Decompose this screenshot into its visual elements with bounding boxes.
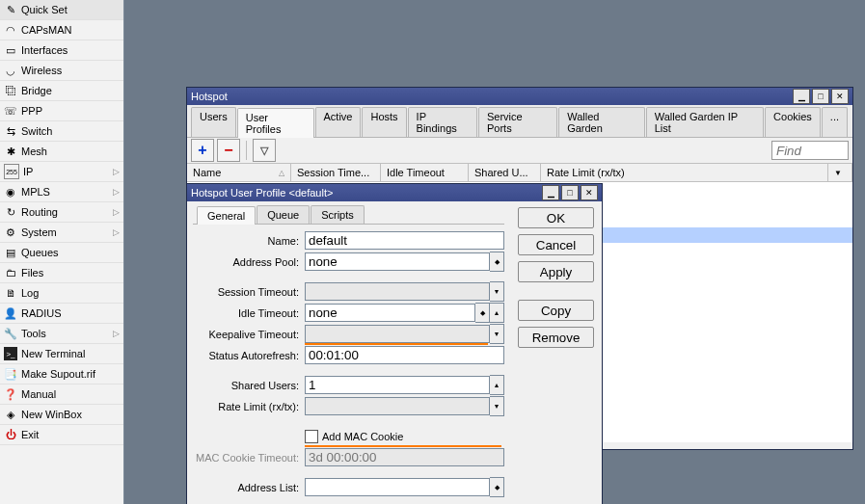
idle-timeout-toggle[interactable]: ▲ xyxy=(490,303,504,323)
session-timeout-input[interactable] xyxy=(305,282,490,301)
tab-more[interactable]: ... xyxy=(822,107,848,137)
grid-header: Name△ Session Time... Idle Timeout Share… xyxy=(187,164,852,182)
shared-users-input[interactable] xyxy=(305,376,490,394)
mesh-icon: ✱ xyxy=(4,145,17,158)
queues-icon: ▤ xyxy=(4,246,17,259)
address-list-input[interactable] xyxy=(305,478,490,496)
sidebar-item-ppp[interactable]: ☏PPP xyxy=(0,101,123,121)
sidebar-item-make-supout[interactable]: 📑Make Supout.rif xyxy=(0,364,123,385)
switch-icon: ⇆ xyxy=(4,124,17,138)
sidebar-item-wireless[interactable]: ◡Wireless xyxy=(0,61,123,81)
hotspot-toolbar: + − ▽ xyxy=(187,138,852,164)
sidebar-item-new-winbox[interactable]: ◈New WinBox xyxy=(0,405,123,425)
address-pool-input[interactable] xyxy=(305,252,490,271)
name-input[interactable] xyxy=(305,231,504,250)
tab-walled-garden[interactable]: Walled Garden xyxy=(558,107,645,137)
hotspot-title-bar[interactable]: Hotspot ▁ □ ✕ xyxy=(187,88,852,105)
address-list-label: Address List: xyxy=(193,482,305,493)
filter-button[interactable]: ▽ xyxy=(253,139,276,162)
col-idle-timeout[interactable]: Idle Timeout xyxy=(381,164,469,181)
chevron-right-icon: ▷ xyxy=(113,207,120,217)
tab-walled-garden-ip[interactable]: Walled Garden IP List xyxy=(646,107,764,137)
session-timeout-toggle[interactable]: ▼ xyxy=(490,281,504,302)
ok-button[interactable]: OK xyxy=(518,207,594,228)
remove-button[interactable]: − xyxy=(217,139,240,162)
files-icon: 🗀 xyxy=(4,266,17,279)
copy-button[interactable]: Copy xyxy=(518,300,594,321)
sidebar-item-mesh[interactable]: ✱Mesh xyxy=(0,142,123,162)
sidebar-item-capsman[interactable]: ◠CAPsMAN xyxy=(0,20,123,40)
shared-users-label: Shared Users: xyxy=(193,380,305,391)
idle-timeout-input[interactable] xyxy=(305,304,475,322)
maximize-button[interactable]: □ xyxy=(812,89,829,104)
sidebar-item-tools[interactable]: 🔧Tools▷ xyxy=(0,324,123,344)
terminal-icon: >_ xyxy=(4,347,17,360)
sidebar-item-radius[interactable]: 👤RADIUS xyxy=(0,304,123,324)
system-icon: ⚙ xyxy=(4,225,17,239)
col-shared-users[interactable]: Shared U... xyxy=(469,164,541,181)
minimize-button[interactable]: ▁ xyxy=(542,185,559,200)
quick-set-icon: ✎ xyxy=(4,3,17,16)
sidebar-item-ip[interactable]: 255IP▷ xyxy=(0,162,123,182)
rate-limit-input[interactable] xyxy=(305,397,490,415)
sidebar-item-routing[interactable]: ↻Routing▷ xyxy=(0,202,123,223)
keepalive-timeout-toggle[interactable]: ▼ xyxy=(490,324,504,344)
add-mac-cookie-checkbox[interactable] xyxy=(305,430,318,443)
sidebar-item-log[interactable]: 🗎Log xyxy=(0,283,123,304)
manual-icon: ❓ xyxy=(4,387,17,401)
log-icon: 🗎 xyxy=(4,286,17,300)
idle-timeout-dropdown[interactable]: ◆ xyxy=(475,303,490,323)
keepalive-timeout-input[interactable] xyxy=(305,325,490,343)
sidebar-item-files[interactable]: 🗀Files xyxy=(0,263,123,283)
address-pool-dropdown[interactable]: ◆ xyxy=(490,252,504,272)
find-input[interactable] xyxy=(771,141,849,160)
sidebar-item-manual[interactable]: ❓Manual xyxy=(0,385,123,405)
add-button[interactable]: + xyxy=(191,139,214,162)
maximize-button[interactable]: □ xyxy=(561,185,579,200)
ppp-icon: ☏ xyxy=(4,104,17,118)
address-list-dropdown[interactable]: ◆ xyxy=(490,477,504,497)
tab-queue[interactable]: Queue xyxy=(257,205,310,224)
shared-users-toggle[interactable]: ▲ xyxy=(490,375,504,395)
sidebar-item-exit[interactable]: ⏻Exit xyxy=(0,425,123,445)
rate-limit-label: Rate Limit (rx/tx): xyxy=(193,401,305,412)
sidebar-item-system[interactable]: ⚙System▷ xyxy=(0,223,123,243)
col-session-timeout[interactable]: Session Time... xyxy=(291,164,381,181)
tab-scripts[interactable]: Scripts xyxy=(311,205,365,224)
sidebar-item-mpls[interactable]: ◉MPLS▷ xyxy=(0,182,123,202)
col-name[interactable]: Name△ xyxy=(187,164,291,181)
tab-cookies[interactable]: Cookies xyxy=(765,107,821,137)
sidebar-item-switch[interactable]: ⇆Switch xyxy=(0,121,123,142)
sidebar-item-interfaces[interactable]: ▭Interfaces xyxy=(0,40,123,61)
remove-profile-button[interactable]: Remove xyxy=(518,327,594,348)
cancel-button[interactable]: Cancel xyxy=(518,234,594,255)
rate-limit-toggle[interactable]: ▼ xyxy=(490,396,504,416)
close-button[interactable]: ✕ xyxy=(581,185,598,200)
sidebar-item-quick-set[interactable]: ✎Quick Set xyxy=(0,0,123,20)
ip-icon: 255 xyxy=(4,164,19,179)
chevron-right-icon: ▷ xyxy=(113,187,120,197)
tab-user-profiles[interactable]: User Profiles xyxy=(237,108,314,138)
tab-hosts[interactable]: Hosts xyxy=(362,107,406,137)
tab-users[interactable]: Users xyxy=(191,107,236,137)
add-mac-cookie-label: Add MAC Cookie xyxy=(322,431,403,442)
close-button[interactable]: ✕ xyxy=(831,89,849,104)
sidebar-item-queues[interactable]: ▤Queues xyxy=(0,243,123,263)
tab-ip-bindings[interactable]: IP Bindings xyxy=(408,107,477,137)
chevron-right-icon: ▷ xyxy=(113,167,120,176)
columns-dropdown[interactable]: ▼ xyxy=(828,164,852,181)
profile-title-bar[interactable]: Hotspot User Profile <default> ▁ □ ✕ xyxy=(187,184,602,201)
winbox-icon: ◈ xyxy=(4,408,17,421)
status-autorefresh-input[interactable] xyxy=(305,346,504,364)
mac-cookie-timeout-input[interactable] xyxy=(305,448,504,466)
profile-tabs: General Queue Scripts xyxy=(193,203,504,225)
col-rate-limit[interactable]: Rate Limit (rx/tx) xyxy=(541,164,828,181)
apply-button[interactable]: Apply xyxy=(518,261,594,282)
profile-title: Hotspot User Profile <default> xyxy=(191,187,540,199)
minimize-button[interactable]: ▁ xyxy=(793,89,810,104)
tab-general[interactable]: General xyxy=(197,206,256,225)
sidebar-item-bridge[interactable]: ⿻Bridge xyxy=(0,81,123,101)
tab-active[interactable]: Active xyxy=(315,107,362,137)
sidebar-item-new-terminal[interactable]: >_New Terminal xyxy=(0,344,123,364)
tab-service-ports[interactable]: Service Ports xyxy=(478,107,557,137)
